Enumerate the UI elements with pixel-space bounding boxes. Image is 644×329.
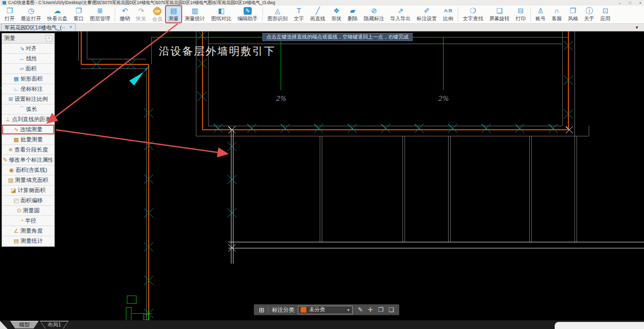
sidebar-item-measure-angle[interactable]: ∠ 测量角度 bbox=[2, 226, 54, 236]
sidebar-item-area-arc[interactable]: ◉ 面积(含弧线) bbox=[2, 165, 54, 175]
toolbar-item-hide-annotation[interactable]: ⊘ 隐藏标注 bbox=[361, 6, 387, 22]
toolbar-item-icon: ╱ bbox=[316, 7, 320, 15]
cad-viewer-window: { "window": { "title": "CAD快速看图 - C:\\Us… bbox=[0, 0, 644, 329]
tab-model[interactable]: 模型 bbox=[10, 321, 39, 328]
sidebar-item-area[interactable]: ▱ 面积 bbox=[2, 64, 54, 74]
toolbar-item-label: 账号 bbox=[535, 15, 546, 22]
status-area bbox=[555, 322, 644, 329]
panel-close-icon[interactable]: × bbox=[46, 35, 52, 42]
toolbar-item-cloud[interactable]: ☁ 快看云盘 bbox=[45, 6, 70, 22]
toolbar-item-line[interactable]: ╱ 画直线 bbox=[308, 6, 328, 22]
toolbar-item-icon: ♙ bbox=[537, 7, 544, 15]
sidebar-item-batch-measure[interactable]: ▩ 批量测量 bbox=[2, 135, 54, 145]
toolbar-item-icon: ◧ bbox=[218, 7, 224, 15]
sidebar-item-icon: ▩ bbox=[14, 137, 19, 142]
grid-icon[interactable]: ⊞ bbox=[259, 307, 264, 313]
toolbar-item-recent[interactable]: ◷ 最近打开 bbox=[18, 6, 44, 22]
toolbar-item-apps[interactable]: ⊡ 应用 bbox=[598, 6, 613, 22]
toolbar-item-measure-stats[interactable]: ▥ 测量统计 bbox=[182, 6, 208, 22]
toolbar-item-annotation-settings[interactable]: ✐ 标注设置 bbox=[414, 6, 439, 22]
toolbar-item-label: 图层管理 bbox=[90, 15, 110, 22]
edit-annotation-icon[interactable]: ✎ bbox=[358, 307, 363, 313]
document-tab[interactable]: 军苑花园D区1#楼电气_(·· × bbox=[1, 23, 76, 31]
toolbar-item-window[interactable]: ❐ 窗口 bbox=[71, 6, 86, 22]
toolbar-item-support[interactable]: ∩ 客服 bbox=[549, 6, 564, 22]
toolbar-item-screen-rotate[interactable]: ❏ 屏幕旋转 bbox=[487, 6, 512, 22]
maximize-button[interactable]: □ bbox=[629, 1, 631, 5]
tab-list-caret-icon[interactable]: ▼ bbox=[635, 25, 639, 30]
sidebar-item-side-area[interactable]: ◪ 计算侧面积 bbox=[2, 186, 54, 196]
sidebar-item-edit-dim-property[interactable]: ✎ 修改单个标注属性 bbox=[2, 155, 54, 165]
sidebar-item-icon: ▨ bbox=[8, 177, 13, 183]
toolbar-item-icon: ▥ bbox=[191, 7, 198, 15]
toolbar-item-drawing-compare[interactable]: ◧ 图纸对比 bbox=[209, 6, 234, 22]
sidebar-item-set-dim-scale[interactable]: ⊞ 设置标注比例 bbox=[2, 94, 54, 104]
toolbar-item-icon: VIP bbox=[153, 7, 161, 15]
toolbar-item-shapes[interactable]: ❖ 形状 bbox=[329, 6, 344, 22]
toolbar-separator bbox=[458, 7, 458, 22]
toolbar-item-print[interactable]: ⊟ 打印 bbox=[513, 6, 528, 22]
sidebar-item-icon: ⊙ bbox=[17, 208, 21, 213]
canvas-note-text: 沿设备层外墙明敷引下 bbox=[159, 45, 276, 57]
toolbar-item-icon: ∩ bbox=[554, 7, 559, 15]
toolbar-item-account[interactable]: ♙ 账号 bbox=[533, 6, 548, 22]
toolbar-item-text[interactable]: T 文字 bbox=[291, 6, 307, 22]
sidebar-item-measure-stats[interactable]: ▤ 测量统计 bbox=[2, 236, 54, 246]
classify-dropdown[interactable]: 未分类 ▼ bbox=[298, 306, 353, 314]
sidebar-item-icon: ∿ bbox=[14, 127, 18, 132]
close-button[interactable]: × bbox=[639, 1, 641, 5]
sidebar-item-rect-area[interactable]: ▦ 矩形面积 bbox=[2, 74, 54, 84]
sidebar-item-label: 连续测量 bbox=[20, 126, 43, 133]
sidebar-item-icon: ▤ bbox=[14, 238, 19, 244]
toolbar-item-label: 测量统计 bbox=[185, 15, 205, 22]
toolbar-item-scale[interactable]: A:B 比例 bbox=[440, 6, 456, 22]
sidebar-item-coord-dim[interactable]: ∟ 坐标标注 bbox=[2, 84, 54, 94]
sidebar-item-arc-length[interactable]: ⌒ 弧长 bbox=[2, 104, 54, 115]
sidebar-item-linear[interactable]: ↔ 线性 bbox=[2, 54, 54, 64]
toolbar-item-label: 关于 bbox=[584, 15, 594, 22]
sidebar-item-label: 设置标注比例 bbox=[15, 95, 48, 103]
sidebar-item-area-offset[interactable]: ◰ 面积偏移 bbox=[2, 196, 54, 206]
toolbar-item-label: 撤销 bbox=[120, 15, 130, 22]
chevron-down-icon: ▼ bbox=[347, 308, 350, 312]
sidebar-item-measure-circle[interactable]: ⊙ 测量圆 bbox=[2, 206, 54, 216]
copy-annotation-icon[interactable]: ❐ bbox=[378, 307, 384, 313]
toolbar-item-style[interactable]: ❐ 风格 bbox=[565, 6, 581, 22]
paste-annotation-icon[interactable]: ❑ bbox=[389, 307, 394, 313]
toolbar-item-delete[interactable]: ▰ 删除 bbox=[345, 6, 360, 22]
toolbar-item-import-export[interactable]: ⇗ 导入导出 bbox=[388, 6, 413, 22]
toolbar-item-label: 打印 bbox=[516, 15, 526, 22]
toolbar-item-label: 最近打开 bbox=[21, 15, 41, 22]
drawing-canvas[interactable]: 沿设备层外墙明敷引下 2% 2% 点击左键选择直线的端点或弧线，空格键退回上一点… bbox=[0, 31, 644, 320]
sidebar-item-fill-area[interactable]: ▨ 测量填充面积 bbox=[2, 175, 54, 186]
toolbar-item-vip[interactable]: VIP 会员 bbox=[150, 6, 165, 23]
toolbar-item-edit-assistant[interactable]: ✎ 编辑助手 bbox=[235, 6, 260, 22]
sidebar-item-radius[interactable]: ◔ 半径 bbox=[2, 216, 54, 226]
toolbar-item-redo[interactable]: ↷ 恢复 bbox=[133, 6, 149, 22]
sidebar-item-segment-length[interactable]: ≋ 查看分段长度 bbox=[2, 145, 54, 155]
toolbar-item-measure[interactable]: ▤ 测量 bbox=[166, 6, 181, 22]
toolbar-item-shape-recognition[interactable]: ◬ 图形识别 bbox=[265, 6, 290, 22]
toolbar-item-icon: ≣ bbox=[97, 7, 103, 15]
sidebar-item-icon: ▱ bbox=[20, 66, 24, 71]
classify-label: 标注分类 bbox=[272, 306, 294, 314]
toolbar-item-undo[interactable]: ↶ 撤销 bbox=[117, 6, 132, 22]
toolbar-item-open[interactable]: ❒ 打开 bbox=[2, 6, 17, 22]
toolbar-item-about[interactable]: ⓘ 关于 bbox=[582, 6, 597, 22]
sidebar-item-continuous-measure[interactable]: ∿ 连续测量 bbox=[2, 125, 54, 135]
sidebar-item-point-to-line[interactable]: ⊥ 点到直线的距离 bbox=[2, 115, 54, 125]
tab-close-icon[interactable]: × bbox=[70, 25, 73, 30]
move-annotation-icon[interactable]: ✛ bbox=[368, 307, 373, 313]
slope-label-2: 2% bbox=[438, 95, 449, 102]
window-title: CAD快速看图 - C:\Users\zlzly\Desktop\文量\图纸\5… bbox=[8, 0, 275, 6]
toolbar-item-label: 图纸对比 bbox=[211, 15, 231, 22]
toolbar-item-icon: ⊡ bbox=[602, 7, 608, 15]
toolbar-item-layers[interactable]: ≣ 图层管理 bbox=[87, 6, 113, 22]
toolbar-item-label: 屏幕旋转 bbox=[489, 15, 510, 22]
toolbar-item-icon: ❐ bbox=[76, 7, 82, 15]
minimize-button[interactable]: – bbox=[619, 1, 621, 5]
toolbar-item-text-search[interactable]: ❍ 文字查找 bbox=[460, 6, 486, 22]
tab-layout1[interactable]: 布局1 bbox=[40, 321, 69, 328]
sidebar-item-align[interactable]: ⇘ 对齐 bbox=[2, 44, 54, 54]
app-icon bbox=[3, 1, 6, 5]
